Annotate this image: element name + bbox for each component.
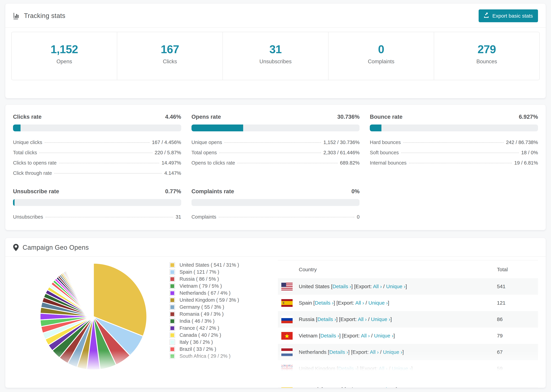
rate-row: Hard bounces 242 / 86.738%	[370, 140, 538, 145]
legend-swatch	[170, 347, 175, 352]
export-unique-link[interactable]: Unique ›	[368, 300, 388, 306]
export-all-link[interactable]: All ›	[373, 284, 382, 289]
flag-icon-us	[281, 283, 293, 290]
rate-value: 0%	[352, 188, 360, 195]
export-unique-link[interactable]: Unique ›	[376, 382, 396, 388]
rate-value: 0.77%	[165, 188, 181, 195]
flag-icon-vn	[281, 332, 293, 340]
total-cell: 67	[497, 349, 538, 355]
details-link[interactable]: Details ›	[323, 382, 342, 388]
rate-row-label: Opens to clicks rate	[191, 160, 235, 166]
rate-row-value: 220 / 5.87%	[155, 150, 181, 155]
rate-progress-track	[191, 199, 360, 206]
legend-item-south-africa: South Africa ( 29 / 2% )	[170, 353, 239, 360]
rate-row: Unsubscribes 31	[13, 214, 181, 220]
total-cell: 55	[497, 382, 538, 388]
export-all-link[interactable]: All ›	[379, 366, 388, 371]
rate-row-label: Hard bounces	[370, 140, 401, 145]
rate-row-label: Soft bounces	[370, 150, 399, 155]
stat-label: Unsubscribes	[223, 58, 328, 65]
rate-row: Internal bounces 19 / 6.81%	[370, 160, 538, 166]
rate-row-value: 689.82%	[340, 160, 360, 166]
rate-head: Unsubscribe rate 0.77%	[13, 188, 181, 195]
flag-icon-gb	[281, 365, 293, 372]
legend-item-united-kingdom: United Kingdom ( 59 / 3% )	[170, 297, 239, 304]
details-link[interactable]: Details ›	[320, 333, 339, 338]
legend-label: Vietnam ( 79 / 5% )	[179, 283, 222, 289]
stat-cell-bounces: 279 Bounces	[434, 32, 539, 80]
rate-row-label: Complaints	[191, 214, 216, 220]
rate-progress-track	[191, 125, 360, 131]
details-link[interactable]: Details ›	[338, 366, 357, 371]
geo-title-wrap: Campaign Geo Opens	[13, 244, 89, 251]
rate-row: Complaints 0	[191, 214, 360, 220]
rate-value: 4.46%	[165, 113, 181, 120]
legend-swatch	[170, 262, 175, 268]
stat-cell-complaints: 0 Complaints	[328, 32, 434, 80]
rate-section-unsubscribe-rate: Unsubscribe rate 0.77% Unsubscribes 31	[13, 188, 181, 224]
country-cell: Netherlands [Details ›] [Export: All › /…	[299, 349, 404, 355]
rate-row: Unique clicks 167 / 4.456%	[13, 140, 181, 145]
export-all-link[interactable]: All ›	[355, 300, 364, 306]
legend-label: Germany ( 55 / 3% )	[179, 304, 224, 310]
rate-progress-fill	[13, 199, 14, 206]
rate-row-value: 4.147%	[164, 170, 181, 176]
dotted-leader	[46, 217, 173, 217]
export-all-link[interactable]: All ›	[361, 333, 370, 338]
legend-swatch	[170, 311, 175, 317]
rate-row: Total clicks 220 / 5.87%	[13, 150, 181, 155]
legend-swatch	[170, 283, 175, 289]
legend-item-india: India ( 46 / 3% )	[170, 318, 239, 325]
export-unique-link[interactable]: Unique ›	[371, 316, 390, 322]
rate-title: Unsubscribe rate	[13, 188, 59, 195]
rate-section-clicks-rate: Clicks rate 4.46% Unique clicks 167 / 4.…	[13, 113, 181, 181]
export-unique-link[interactable]: Unique ›	[392, 366, 411, 371]
rate-head: Opens rate 30.736%	[191, 113, 360, 120]
legend-item-vietnam: Vietnam ( 79 / 5% )	[170, 283, 239, 290]
tracking-stats-header: Tracking stats Export basic stats	[5, 4, 546, 27]
export-basic-stats-button[interactable]: Export basic stats	[479, 9, 538, 22]
flag-icon-ru	[281, 315, 293, 323]
export-icon	[484, 12, 490, 19]
total-cell: 86	[497, 316, 538, 322]
export-unique-link[interactable]: Unique ›	[386, 284, 405, 289]
export-all-link[interactable]: All ›	[358, 316, 367, 322]
geo-table-header: Country Total	[278, 260, 538, 278]
details-link[interactable]: Details ›	[317, 316, 336, 322]
rates-grid: Clicks rate 4.46% Unique clicks 167 / 4.…	[13, 113, 538, 224]
country-cell: Germany [Details ›] [Export: All › / Uni…	[299, 382, 397, 388]
legend-label: Italy ( 36 / 2% )	[179, 339, 213, 345]
stat-value: 0	[329, 43, 434, 56]
rate-section-complaints-rate: Complaints rate 0% Complaints 0	[191, 188, 360, 224]
details-link[interactable]: Details ›	[315, 300, 333, 306]
rate-row: Unique opens 1,152 / 30.736%	[191, 140, 360, 145]
legend-label: Russia ( 86 / 5% )	[179, 276, 219, 282]
col-header-country: Country	[299, 267, 317, 273]
dotted-leader	[401, 153, 519, 153]
geo-table-row-es: Spain [Details ›] [Export: All › / Uniqu…	[278, 295, 538, 311]
dotted-leader	[39, 153, 152, 153]
rate-row-value: 1,152 / 30.736%	[323, 140, 360, 145]
stat-label: Complaints	[329, 58, 434, 65]
export-unique-link[interactable]: Unique ›	[374, 333, 393, 338]
geo-header: Campaign Geo Opens	[5, 238, 546, 256]
legend-item-france: France ( 42 / 2% )	[170, 325, 239, 332]
geo-table-row-ru: Russia [Details ›] [Export: All › / Uniq…	[278, 311, 538, 328]
total-cell: 59	[497, 366, 538, 371]
export-all-link[interactable]: All ›	[370, 349, 379, 355]
rate-row: Clicks to opens rate 14.497%	[13, 160, 181, 166]
dotted-leader	[219, 217, 354, 217]
country-cell: Spain [Details ›] [Export: All › / Uniqu…	[299, 300, 389, 306]
details-link[interactable]: Details ›	[329, 349, 348, 355]
geo-title: Campaign Geo Opens	[23, 244, 89, 251]
export-unique-link[interactable]: Unique ›	[383, 349, 402, 355]
country-cell: Vietnam [Details ›] [Export: All › / Uni…	[299, 333, 395, 339]
details-link[interactable]: Details ›	[332, 284, 351, 289]
rate-row-value: 0	[357, 214, 360, 220]
rate-row: Opens to clicks rate 689.82%	[191, 160, 360, 166]
legend-swatch	[170, 276, 175, 282]
stat-value: 279	[434, 43, 539, 56]
export-all-link[interactable]: All ›	[363, 382, 372, 388]
rate-row-value: 31	[176, 214, 181, 220]
stat-value: 1,152	[12, 43, 117, 56]
